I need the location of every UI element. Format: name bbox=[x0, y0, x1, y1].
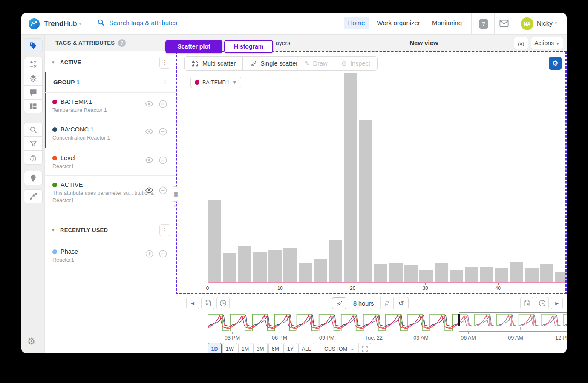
set-start-date-button[interactable] bbox=[201, 297, 214, 309]
histogram-bar bbox=[465, 267, 478, 282]
rail-context-button[interactable] bbox=[24, 189, 43, 203]
legend-chip[interactable]: BA:TEMP.1 ▼ bbox=[190, 77, 241, 88]
histogram-bar bbox=[419, 270, 432, 282]
scatter-window-mode-button[interactable] bbox=[332, 297, 346, 309]
step-forward-button[interactable]: ▶ bbox=[551, 297, 563, 309]
inspect-button[interactable]: ⊙ Inspect bbox=[334, 57, 377, 70]
custom-range-frame-button[interactable] bbox=[359, 346, 371, 352]
group-row[interactable]: GROUP 1 ⋮ bbox=[45, 72, 176, 93]
avatar[interactable]: NA bbox=[521, 17, 533, 30]
tab-new-view[interactable]: New view bbox=[343, 39, 505, 46]
lock-duration-button[interactable] bbox=[381, 297, 394, 309]
range-button-1m[interactable]: 1M bbox=[238, 343, 252, 353]
remove-minus-icon[interactable] bbox=[159, 156, 167, 164]
tag-row-level[interactable]: Level Reactor1 bbox=[45, 149, 176, 176]
chart-settings-button[interactable]: ⚙ bbox=[549, 57, 562, 70]
histogram-toggle-button[interactable]: Histogram bbox=[224, 40, 273, 53]
user-chevron-down-icon[interactable]: ▾ bbox=[555, 20, 557, 26]
rail-filter-button[interactable] bbox=[24, 137, 43, 151]
rail-dashboard-button[interactable] bbox=[24, 99, 43, 113]
range-button-1w[interactable]: 1W bbox=[222, 343, 237, 353]
panel-help-icon[interactable]: ? bbox=[118, 39, 126, 47]
multi-scatter-button[interactable]: Multi scatter bbox=[185, 57, 243, 70]
scatter-plot-toggle-button[interactable]: Scatter plot bbox=[165, 40, 222, 53]
draw-button[interactable]: ✎ Draw bbox=[297, 57, 334, 70]
timeline-tick-label: 06 PM bbox=[272, 335, 287, 341]
set-start-time-button[interactable] bbox=[216, 297, 230, 309]
brand-chevron-down-icon[interactable]: ▾ bbox=[79, 20, 81, 26]
chevron-down-icon[interactable]: ▾ bbox=[52, 227, 55, 233]
nav-item-work-organizer[interactable]: Work organizer bbox=[373, 17, 424, 29]
duration-label[interactable]: 8 hours bbox=[346, 297, 381, 309]
histogram-bar bbox=[253, 252, 266, 282]
rail-suggestions-button[interactable] bbox=[24, 171, 43, 185]
rail-layers-button[interactable] bbox=[24, 71, 43, 85]
group-menu-button[interactable]: ⋮ bbox=[162, 79, 168, 85]
rail-settings-button[interactable]: ⚙ bbox=[27, 336, 35, 346]
rail-comments-button[interactable] bbox=[24, 85, 43, 99]
panel-resize-handle[interactable]: ▐▌ bbox=[173, 186, 178, 202]
set-end-date-button[interactable] bbox=[520, 297, 533, 309]
section-menu-button[interactable]: ⋮ bbox=[159, 224, 170, 236]
username[interactable]: Nicky bbox=[537, 20, 553, 27]
timeline-tick-label: 06 AM bbox=[461, 335, 476, 341]
timeline-tick-label: 03 PM bbox=[225, 335, 240, 341]
tag-row-phase[interactable]: Phase Reactor1 bbox=[45, 243, 176, 269]
history-reset-button[interactable]: ↺ bbox=[394, 297, 408, 309]
main-nav: HomeWork organizerMonitoring bbox=[342, 17, 468, 29]
global-search-input[interactable]: Search tags & attributes bbox=[97, 19, 276, 26]
series-color-dot bbox=[52, 249, 57, 254]
remove-minus-icon[interactable] bbox=[159, 128, 167, 136]
help-button[interactable]: ? bbox=[479, 19, 488, 29]
tag-row-active[interactable]: ACTIVE This attribute uses parameter su.… bbox=[45, 176, 176, 209]
single-scatter-button[interactable]: Single scatter bbox=[243, 57, 305, 70]
timeline-tick-label: 09 PM bbox=[319, 335, 334, 341]
section-menu-button[interactable]: ⋮ bbox=[159, 57, 170, 69]
custom-range-button[interactable]: CUSTOM▲ bbox=[320, 343, 359, 353]
visibility-eye-icon[interactable] bbox=[145, 187, 153, 194]
visibility-eye-icon[interactable] bbox=[145, 157, 153, 163]
timeline-scrubber[interactable]: 03 PM06 PM09 PMTue, 2203 AM06 AM09 AM12 … bbox=[208, 312, 567, 340]
tab-layers-partial[interactable]: ayers bbox=[276, 40, 290, 46]
time-toolbar: ◀ 8 hours ↺ bbox=[176, 294, 567, 312]
timeline-selection-window[interactable]: II bbox=[459, 312, 567, 332]
chevron-down-icon[interactable]: ▾ bbox=[52, 60, 55, 65]
visibility-eye-icon[interactable] bbox=[145, 100, 153, 107]
nav-item-home[interactable]: Home bbox=[344, 17, 369, 29]
remove-minus-icon[interactable] bbox=[159, 186, 167, 194]
rail-formulas-button[interactable] bbox=[24, 57, 43, 71]
annotate-group: ✎ Draw ⊙ Inspect bbox=[297, 56, 378, 71]
rail-tags-button[interactable] bbox=[24, 38, 43, 52]
section-recently-used-header[interactable]: ▾ RECENTLY USED ⋮ bbox=[45, 220, 176, 240]
panel-collapse-close-icon[interactable]: ✕ bbox=[173, 203, 177, 209]
histogram-bar bbox=[374, 264, 387, 282]
brand-logo[interactable]: TrendHub bbox=[28, 18, 77, 30]
histogram-bar bbox=[404, 265, 418, 282]
calendar-icon bbox=[204, 300, 211, 307]
range-button-1y[interactable]: 1Y bbox=[283, 343, 297, 353]
mail-button[interactable] bbox=[499, 20, 509, 27]
step-back-button[interactable]: ◀ bbox=[186, 297, 199, 309]
rail-fingerprint-button[interactable] bbox=[24, 151, 43, 165]
range-button-6m[interactable]: 6M bbox=[268, 343, 282, 353]
range-button-3m[interactable]: 3M bbox=[253, 343, 267, 353]
remove-minus-icon[interactable] bbox=[159, 100, 167, 108]
histogram-bar bbox=[314, 259, 327, 282]
range-button-all[interactable]: ALL bbox=[298, 343, 314, 353]
histogram-bar bbox=[299, 263, 312, 282]
set-end-time-button[interactable] bbox=[536, 297, 549, 309]
add-plus-icon[interactable] bbox=[145, 250, 153, 258]
selection-scroll-grip[interactable]: II bbox=[459, 326, 567, 332]
selection-left-handle[interactable] bbox=[458, 314, 460, 326]
remove-minus-icon[interactable] bbox=[159, 250, 167, 258]
range-button-1d[interactable]: 1D bbox=[208, 343, 222, 353]
tag-row-ba-temp-1[interactable]: BA:TEMP.1 Temperature Reactor 1 bbox=[45, 93, 176, 120]
nav-item-monitoring[interactable]: Monitoring bbox=[428, 17, 466, 29]
visibility-eye-icon[interactable] bbox=[145, 128, 153, 135]
histogram-bar bbox=[480, 267, 493, 282]
actions-button[interactable]: Actions ▼ bbox=[531, 37, 563, 49]
broadcast-button[interactable] bbox=[514, 37, 528, 49]
tag-row-ba-conc-1[interactable]: BA:CONC.1 Concentration Reactor 1 bbox=[45, 120, 176, 148]
rail-search-button[interactable] bbox=[24, 123, 43, 137]
section-active-header[interactable]: ▾ ACTIVE ⋮ bbox=[45, 53, 176, 72]
